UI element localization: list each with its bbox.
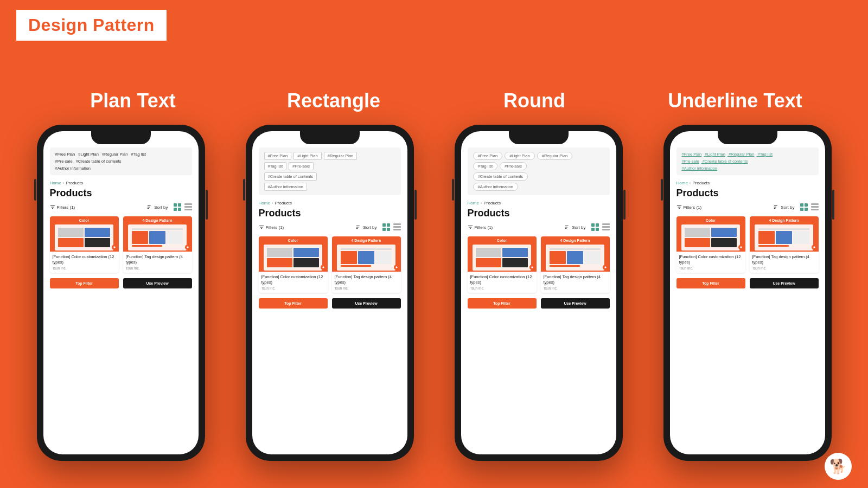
tag[interactable]: #Pre-sale <box>289 162 314 170</box>
product-vendor: Tsun Inc. <box>261 286 325 290</box>
top-filter-button[interactable]: Top Filter <box>676 278 745 288</box>
product-vendor: Tsun Inc. <box>752 266 816 270</box>
tag[interactable]: #Create table of contents <box>264 172 317 181</box>
pattern-block <box>358 251 374 264</box>
tag[interactable]: #Tag list <box>473 162 498 170</box>
product-info: [Function] Tag design pattern (4 types) … <box>750 252 819 273</box>
tag[interactable]: #Create table of contents <box>701 159 748 164</box>
tag[interactable]: #Create table of contents <box>75 159 122 164</box>
grid-view-icon[interactable] <box>800 203 808 211</box>
sort-button[interactable]: Sort by <box>356 224 376 230</box>
product-label: 4 Design Pattern <box>332 239 401 242</box>
svg-rect-51 <box>811 209 819 210</box>
card-icon <box>739 246 743 249</box>
filters-button[interactable]: Filters (1) <box>50 204 75 210</box>
product-image-pattern: 4 Design Pattern <box>123 216 192 252</box>
use-preview-button[interactable]: Use Preview <box>750 278 819 288</box>
tag[interactable]: #Regular Plan <box>537 152 573 160</box>
tag[interactable]: #Pre-sale <box>682 159 699 164</box>
pattern-line <box>341 265 371 267</box>
product-vendor: Tsun Inc. <box>470 286 534 290</box>
sort-button[interactable]: Sort by <box>565 224 585 230</box>
svg-rect-7 <box>178 203 181 207</box>
breadcrumb-home[interactable]: Home <box>676 181 688 185</box>
breadcrumb-home[interactable]: Home <box>259 201 270 206</box>
list-view-icon[interactable] <box>393 223 401 231</box>
top-filter-button[interactable]: Top Filter <box>50 278 119 288</box>
page-title-underline: Products <box>676 188 819 199</box>
tag[interactable]: #Light Plan <box>505 152 535 160</box>
breadcrumb-sep: › <box>272 201 273 206</box>
tag[interactable]: #Author information <box>55 166 91 171</box>
use-preview-button[interactable]: Use Preview <box>541 298 610 309</box>
product-card-color: Color <box>50 216 119 273</box>
filter-icon <box>259 224 264 230</box>
tag[interactable]: #Tag list <box>264 162 287 170</box>
svg-rect-25 <box>393 229 401 230</box>
svg-rect-46 <box>805 203 808 207</box>
list-view-icon[interactable] <box>602 223 610 231</box>
sort-icon <box>147 204 152 210</box>
tag[interactable]: #Regular Plan <box>324 152 358 160</box>
sort-icon <box>565 224 570 230</box>
tag[interactable]: #Author information <box>264 183 307 191</box>
grid-view-icon[interactable] <box>174 203 181 211</box>
tag[interactable]: #Pre-sale <box>55 159 73 164</box>
tag[interactable]: #Author information <box>473 183 518 191</box>
product-vendor: Tsun Inc. <box>679 266 743 270</box>
svg-rect-10 <box>184 203 192 205</box>
pattern-blocks <box>132 231 183 244</box>
tag[interactable]: #Free Plan <box>682 152 702 157</box>
tag[interactable]: #Regular Plan <box>727 152 755 157</box>
tag[interactable]: #Author information <box>682 166 717 171</box>
use-preview-button[interactable]: Use Preview <box>123 278 192 288</box>
tags-row-3: #Author information <box>682 166 813 171</box>
breadcrumb-current: Products <box>693 181 710 185</box>
filters-button[interactable]: Filters (1) <box>468 224 493 230</box>
product-image-color: Color <box>50 216 119 252</box>
tag[interactable]: #Tag list <box>130 152 146 157</box>
tag[interactable]: #Light Plan <box>77 152 99 157</box>
breadcrumb-current: Products <box>484 201 501 206</box>
tag[interactable]: #Create table of contents <box>473 172 528 181</box>
product-name: [Function] Color customization (12 types… <box>470 274 534 285</box>
tag[interactable]: #Regular Plan <box>101 152 128 157</box>
notch-round <box>509 131 569 144</box>
list-view-icon[interactable] <box>811 203 819 211</box>
svg-rect-45 <box>800 203 803 207</box>
tag[interactable]: #Tag list <box>756 152 773 157</box>
filters-button[interactable]: Filters (1) <box>259 224 284 230</box>
pattern-inner <box>339 247 393 268</box>
bottom-buttons-plain: Top Filter Use Preview <box>50 278 192 288</box>
products-grid-round: Color <box>468 236 610 293</box>
breadcrumb-underline: Home › Products <box>676 181 819 185</box>
breadcrumb-home[interactable]: Home <box>50 181 61 185</box>
pattern-inner <box>757 227 811 248</box>
tag[interactable]: #Free Plan <box>55 152 75 157</box>
tags-section-round: #Free Plan #Light Plan #Regular Plan #Ta… <box>468 147 610 195</box>
tag[interactable]: #Free Plan <box>473 152 503 160</box>
grid-view-icon[interactable] <box>382 223 390 231</box>
tag[interactable]: #Pre-sale <box>500 162 527 170</box>
phone-inner-rect: #Free Plan #Light Plan #Regular Plan #Ta… <box>252 131 407 454</box>
tag[interactable]: #Light Plan <box>704 152 725 157</box>
product-name: [Function] Tag design pattern (4 types) <box>544 274 607 285</box>
pattern-block <box>149 231 165 244</box>
list-view-icon[interactable] <box>184 203 192 211</box>
filters-button[interactable]: Filters (1) <box>676 204 702 210</box>
top-filter-button[interactable]: Top Filter <box>259 298 328 309</box>
pattern-block <box>758 231 775 244</box>
use-preview-button[interactable]: Use Preview <box>332 298 401 309</box>
top-filter-button[interactable]: Top Filter <box>468 298 537 309</box>
svg-rect-32 <box>591 223 595 227</box>
sort-button[interactable]: Sort by <box>774 204 794 210</box>
svg-rect-49 <box>811 203 819 205</box>
tag[interactable]: #Free Plan <box>264 152 292 160</box>
tags-row-1: #Free Plan #Light Plan #Regular Plan #Ta… <box>682 152 813 157</box>
grid-view-icon[interactable] <box>591 223 599 231</box>
tag[interactable]: #Light Plan <box>293 152 322 160</box>
section-label-round: Round <box>453 89 616 112</box>
sort-button[interactable]: Sort by <box>147 204 168 210</box>
breadcrumb-home[interactable]: Home <box>468 201 479 206</box>
svg-rect-12 <box>184 209 192 210</box>
